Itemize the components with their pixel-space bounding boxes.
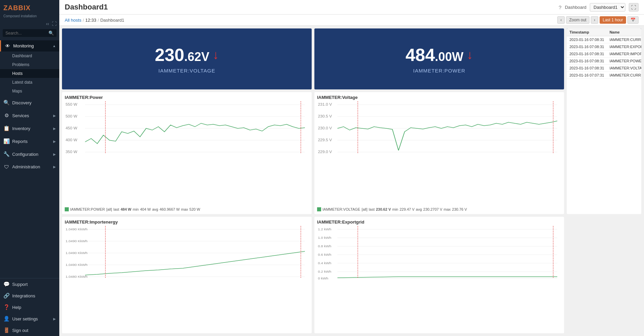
table-cell-name: IAMMETER:VOLTAGE bbox=[607, 65, 641, 72]
breadcrumb-sep2: / bbox=[98, 18, 99, 23]
sidebar-item-reports[interactable]: 📊 Reports ▶ bbox=[0, 135, 59, 147]
help-button[interactable]: ? bbox=[559, 4, 561, 10]
power-stats-avg-val: 460.9667 W bbox=[160, 207, 180, 211]
eye-icon: 👁 bbox=[4, 43, 11, 49]
search-icon: 🔍 bbox=[48, 30, 54, 36]
svg-text:400 W: 400 W bbox=[65, 138, 77, 142]
voltage-chart-tile: IAMMETER:Voltage .gridline2{stroke:#e0e0… bbox=[314, 92, 564, 214]
sidebar-discovery-section: 🔍 Discovery bbox=[0, 96, 59, 109]
sidebar-monitoring-label: Monitoring bbox=[13, 43, 34, 48]
power-stats-min-val: 404 W bbox=[140, 207, 151, 211]
sidebar-item-configuration[interactable]: 🔧 Configuration ▶ bbox=[0, 148, 59, 160]
power-stats-all: [all] bbox=[106, 207, 112, 211]
power-value: 484.00W ↓ bbox=[406, 45, 473, 65]
calendar-btn[interactable]: 📅 bbox=[627, 16, 639, 24]
fullscreen-button[interactable]: ⛶ bbox=[629, 3, 639, 12]
data-table-body: 2023-01-16 07:08:31IAMMETER:CURRENT2.35 … bbox=[567, 36, 641, 79]
dashboard-select[interactable]: Dashboard1 bbox=[590, 3, 625, 12]
sidebar-item-help[interactable]: ❓ Help bbox=[0, 301, 59, 313]
table-cell-name: IAMMETER:CURRENT bbox=[607, 72, 641, 79]
sidebar-configuration-section: 🔧 Configuration ▶ bbox=[0, 148, 59, 161]
sidebar-item-hosts[interactable]: Hosts bbox=[0, 69, 59, 78]
svg-text:1.0490 KkWh: 1.0490 KkWh bbox=[65, 228, 87, 231]
admin-icon: 🛡 bbox=[3, 164, 9, 170]
sidebar-item-discovery[interactable]: 🔍 Discovery bbox=[0, 97, 59, 108]
chevron-right-icon: ▶ bbox=[53, 114, 56, 118]
zoom-out-btn[interactable]: Zoom out bbox=[566, 16, 589, 24]
topbar: Dashboard1 ? Dashboard Dashboard1 ⛶ bbox=[59, 0, 644, 15]
sidebar-item-user-settings[interactable]: 👤 User settings ▶ bbox=[0, 313, 59, 324]
dashboard-label: Dashboard bbox=[565, 5, 586, 10]
sidebar-item-dashboard[interactable]: Dashboard bbox=[0, 51, 59, 60]
topbar-right: ? Dashboard Dashboard1 ⛶ bbox=[559, 3, 639, 12]
power-label: IAMMETER:POWER bbox=[413, 68, 465, 74]
config-icon: 🔧 bbox=[3, 151, 9, 157]
time-next-btn[interactable]: › bbox=[591, 16, 598, 24]
table-cell-name: IAMMETER:IMPORTENERGY bbox=[607, 50, 641, 58]
voltage-stats-min-val: 229.47 V bbox=[399, 207, 414, 211]
chevron-right-icon2: ▶ bbox=[53, 127, 56, 130]
power-tile: 484.00W ↓ IAMMETER:POWER bbox=[314, 28, 564, 89]
sidebar-item-inventory[interactable]: 📋 Inventory ▶ bbox=[0, 123, 59, 134]
chevron-right-user: ▶ bbox=[53, 317, 56, 321]
breadcrumb-all-hosts[interactable]: All hosts bbox=[65, 18, 81, 23]
voltage-number: 230.62V bbox=[155, 45, 209, 65]
dashboard-grid: 230.62V ↓ IAMMETER:VOLTAGE 484.00W ↓ IAM… bbox=[59, 26, 644, 336]
exportgrid-chart-title: IAMMETER:Exportgrid bbox=[317, 219, 561, 225]
sidebar-item-sign-out[interactable]: 🚪 Sign out bbox=[0, 324, 59, 336]
voltage-label: IAMMETER:VOLTAGE bbox=[159, 68, 215, 74]
sidebar-configuration-label: Configuration bbox=[12, 152, 38, 157]
power-chart-tile: IAMMETER:Power .gridline{stroke:#e0e0e0;… bbox=[62, 92, 312, 214]
power-chart-title: IAMMETER:Power bbox=[65, 95, 309, 100]
sidebar-expand-btn[interactable]: ⛶ bbox=[51, 20, 57, 27]
svg-text:230.0 V: 230.0 V bbox=[318, 126, 332, 130]
data-table-head: Timestamp Name Value bbox=[567, 28, 641, 36]
sidebar-inventory-label: Inventory bbox=[12, 126, 30, 131]
sidebar-item-latest-data[interactable]: Latest data bbox=[0, 78, 59, 87]
sidebar-services-label: Services bbox=[12, 113, 29, 118]
sidebar-search-box[interactable]: 🔍 bbox=[3, 29, 57, 37]
svg-text:450 W: 450 W bbox=[65, 126, 77, 130]
sidebar-item-maps[interactable]: Maps bbox=[0, 87, 59, 96]
power-chart-wrapper: .gridline{stroke:#e0e0e0;stroke-width:0.… bbox=[65, 101, 309, 206]
sidebar-bottom: 💬 Support 🔗 Integrations ❓ Help 👤 User s… bbox=[0, 278, 59, 336]
time-prev-btn[interactable]: ‹ bbox=[557, 16, 565, 24]
importenergy-chart-svg: 1.0490 KkWh 1.0490 KkWh 1.0490 KkWh 1.04… bbox=[65, 226, 309, 287]
sidebar-item-monitoring[interactable]: 👁 Monitoring ▲ bbox=[0, 40, 59, 51]
sidebar-item-problems[interactable]: Problems bbox=[0, 60, 59, 69]
search-input[interactable] bbox=[5, 31, 48, 36]
table-cell-timestamp: 2023-01-16 07:08:31 bbox=[567, 50, 607, 58]
main-content: Dashboard1 ? Dashboard Dashboard1 ⛶ All … bbox=[59, 0, 644, 336]
sidebar-administration-section: 🛡 Administration ▶ bbox=[0, 161, 59, 173]
svg-text:0.2 kWh: 0.2 kWh bbox=[318, 270, 331, 273]
svg-text:550 W: 550 W bbox=[65, 103, 77, 106]
breadcrumb-time: 12:33 bbox=[85, 18, 97, 23]
sidebar-subtitle: Composed installation bbox=[3, 14, 37, 18]
table-cell-timestamp: 2023-01-16 07:07:31 bbox=[567, 72, 607, 79]
signout-icon: 🚪 bbox=[3, 327, 9, 333]
power-stats-min-label: min bbox=[133, 207, 139, 211]
last-hour-btn[interactable]: Last 1 hour bbox=[600, 16, 626, 24]
sidebar: ZABBIX Composed installation ‹‹ ⛶ 🔍 👁 Mo… bbox=[0, 0, 59, 336]
sidebar-help-label: Help bbox=[12, 305, 21, 310]
table-row: 2023-01-16 07:08:31IAMMETER:VOLTAGE230.6… bbox=[567, 65, 641, 72]
breadcrumb-bar: All hosts / 12:33 / Dashboard1 ‹ Zoom ou… bbox=[59, 15, 644, 26]
sidebar-item-services[interactable]: ⚙ Services ▶ bbox=[0, 110, 59, 121]
power-stats-last-val: 484 W bbox=[121, 207, 131, 211]
table-row: 2023-01-16 07:07:31IAMMETER:CURRENT2.4 A bbox=[567, 72, 641, 79]
sidebar-collapse-btn[interactable]: ‹‹ bbox=[45, 20, 50, 27]
sidebar-item-support[interactable]: 💬 Support bbox=[0, 278, 59, 290]
integrations-icon: 🔗 bbox=[3, 293, 9, 299]
sidebar-item-integrations[interactable]: 🔗 Integrations bbox=[0, 290, 59, 301]
support-icon: 💬 bbox=[3, 281, 9, 287]
power-stats-max-label: max bbox=[181, 207, 188, 211]
table-row: 2023-01-16 07:08:31IAMMETER:IMPORTENERGY… bbox=[567, 50, 641, 58]
voltage-legend-color bbox=[317, 207, 321, 211]
col-timestamp: Timestamp bbox=[567, 28, 607, 36]
sidebar-item-administration[interactable]: 🛡 Administration ▶ bbox=[0, 161, 59, 172]
table-cell-name: IAMMETER:POWER bbox=[607, 58, 641, 65]
data-table-tile: Timestamp Name Value 2023-01-16 07:08:31… bbox=[567, 28, 641, 214]
user-icon: 👤 bbox=[3, 316, 9, 322]
power-chart-svg: .gridline{stroke:#e0e0e0;stroke-width:0.… bbox=[65, 101, 309, 162]
svg-text:0.4 kWh: 0.4 kWh bbox=[318, 261, 331, 265]
